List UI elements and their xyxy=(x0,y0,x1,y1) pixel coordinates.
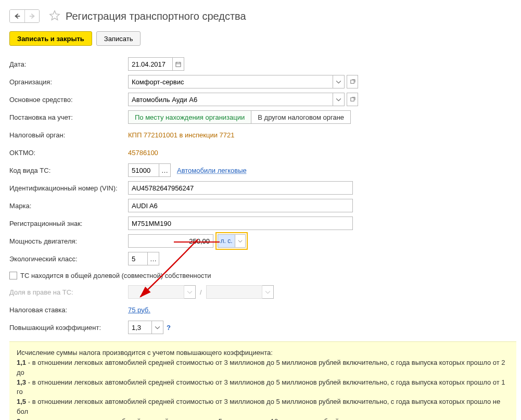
power-input[interactable] xyxy=(128,234,213,248)
label-share: Доля в праве на ТС: xyxy=(9,288,128,296)
svg-rect-2 xyxy=(176,62,181,66)
reg-plate-input[interactable] xyxy=(128,217,353,230)
share-sep: / xyxy=(200,288,202,296)
label-code-ts: Код вида ТС: xyxy=(9,167,128,174)
svg-rect-6 xyxy=(350,80,353,83)
tax-auth-value: КПП 772101001 в инспекции 7721 xyxy=(128,131,234,139)
info-panel: Исчисление суммы налога производится с у… xyxy=(9,341,516,420)
label-oktmo: ОКТМО: xyxy=(9,149,128,157)
code-ts-desc-link[interactable]: Автомобили легковые xyxy=(177,167,247,174)
power-unit-value[interactable]: л. с. xyxy=(218,234,235,248)
annotation-underline xyxy=(174,241,220,243)
shared-checkbox[interactable] xyxy=(9,272,17,279)
label-asset: Основное средство: xyxy=(9,96,128,104)
coef-input[interactable] xyxy=(128,321,152,334)
help-icon[interactable]: ? xyxy=(167,324,171,332)
open-icon[interactable] xyxy=(347,75,358,88)
label-date: Дата: xyxy=(9,60,128,68)
tax-rate-link[interactable]: 75 руб. xyxy=(128,306,150,314)
nav-forward-button[interactable] xyxy=(24,10,39,22)
label-vin: Идентификационный номер (VIN): xyxy=(9,184,128,192)
label-eco: Экологический класс: xyxy=(9,255,128,263)
label-coef: Повышающий коэффициент: xyxy=(9,324,128,332)
eco-input[interactable] xyxy=(128,252,148,265)
asset-input[interactable] xyxy=(128,93,333,106)
dropdown-icon xyxy=(184,285,196,299)
save-button[interactable]: Записать xyxy=(96,31,141,46)
power-unit-highlight: л. с. xyxy=(215,232,248,250)
favorite-icon[interactable] xyxy=(49,10,60,23)
ellipsis-icon[interactable]: … xyxy=(148,252,159,265)
reg-option-local[interactable]: По месту нахождения организации xyxy=(128,110,251,124)
date-input[interactable] xyxy=(128,57,173,71)
svg-rect-7 xyxy=(350,97,353,100)
dropdown-icon[interactable] xyxy=(333,75,345,88)
dropdown-icon[interactable] xyxy=(333,93,345,106)
page-title: Регистрация транспортного средства xyxy=(66,10,246,22)
share-den-input xyxy=(206,285,262,299)
label-tax-auth: Налоговый орган: xyxy=(9,131,128,139)
nav-back-button[interactable] xyxy=(10,10,24,22)
open-icon[interactable] xyxy=(347,93,358,106)
dropdown-icon xyxy=(262,285,274,299)
oktmo-value: 45786100 xyxy=(128,149,158,157)
org-input[interactable] xyxy=(128,75,333,88)
ellipsis-icon[interactable]: … xyxy=(159,163,171,177)
label-org: Организация: xyxy=(9,78,128,86)
dropdown-icon[interactable] xyxy=(235,234,246,248)
calendar-icon[interactable] xyxy=(173,57,184,71)
code-ts-input[interactable] xyxy=(128,163,159,177)
dropdown-icon[interactable] xyxy=(152,321,163,334)
save-close-button[interactable]: Записать и закрыть xyxy=(9,31,92,46)
vin-input[interactable] xyxy=(128,181,353,195)
label-tax-rate: Налоговая ставка: xyxy=(9,306,128,314)
reg-option-other[interactable]: В другом налоговом органе xyxy=(251,110,351,124)
label-power: Мощность двигателя: xyxy=(9,237,128,245)
label-brand: Марка: xyxy=(9,202,128,210)
brand-input[interactable] xyxy=(128,199,353,212)
share-num-input xyxy=(128,285,184,299)
label-registration: Постановка на учет: xyxy=(9,113,128,121)
shared-label: ТС находится в общей долевой (совместной… xyxy=(20,272,211,279)
label-reg-plate: Регистрационный знак: xyxy=(9,220,128,227)
